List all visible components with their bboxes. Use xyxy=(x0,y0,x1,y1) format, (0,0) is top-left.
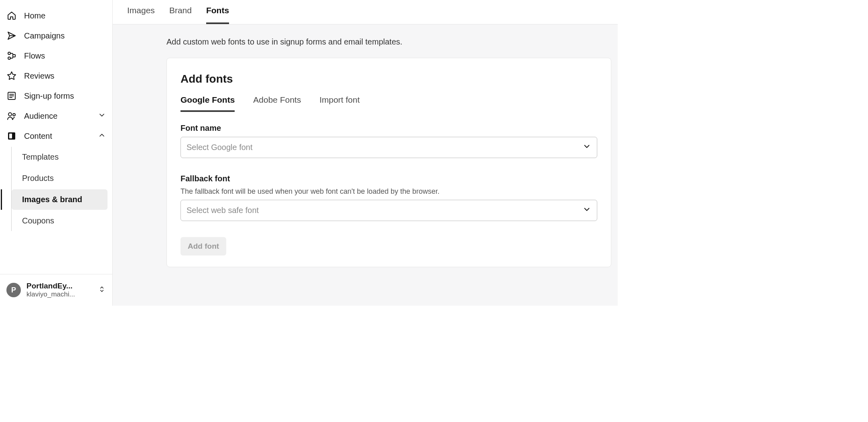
chevron-up-icon xyxy=(98,131,106,141)
nav-label: Reviews xyxy=(24,71,55,81)
account-switcher[interactable]: P PortlandEy... klaviyo_machi... xyxy=(0,274,112,306)
intro-text: Add custom web fonts to use in signup fo… xyxy=(113,37,618,58)
avatar: P xyxy=(6,283,21,297)
nav-signup-forms[interactable]: Sign-up forms xyxy=(0,86,112,106)
chevron-down-icon xyxy=(582,142,591,153)
top-tabs: Images Brand Fonts xyxy=(113,0,618,24)
nav-label: Flows xyxy=(24,51,45,61)
nav-reviews[interactable]: Reviews xyxy=(0,66,112,86)
svg-point-4 xyxy=(8,113,12,116)
add-font-button[interactable]: Add font xyxy=(180,237,226,256)
content-subnav: Templates Products Images & brand Coupon… xyxy=(11,147,112,231)
font-name-label: Font name xyxy=(180,124,597,133)
fallback-select[interactable]: Select web safe font xyxy=(180,200,597,221)
account-text: PortlandEy... klaviyo_machi... xyxy=(26,282,92,298)
card-title: Add fonts xyxy=(180,73,597,85)
subnav-products[interactable]: Products xyxy=(12,168,107,189)
nav-flows[interactable]: Flows xyxy=(0,46,112,66)
sidebar: Home Campaigns Flows Reviews Sign-up for xyxy=(0,0,113,306)
nav-label: Sign-up forms xyxy=(24,91,74,101)
nav-list: Home Campaigns Flows Reviews Sign-up for xyxy=(0,6,112,232)
tab-google-fonts[interactable]: Google Fonts xyxy=(180,95,235,112)
nav-label: Content xyxy=(24,132,52,141)
tab-images[interactable]: Images xyxy=(127,6,155,24)
nav-label: Campaigns xyxy=(24,31,65,41)
content-icon xyxy=(6,131,17,141)
main: Images Brand Fonts Add custom web fonts … xyxy=(113,0,618,306)
account-name: PortlandEy... xyxy=(26,282,92,290)
tab-fonts[interactable]: Fonts xyxy=(206,6,229,24)
account-sub: klaviyo_machi... xyxy=(26,290,92,298)
star-icon xyxy=(6,71,17,81)
nav-content[interactable]: Content xyxy=(0,126,112,146)
chevron-down-icon xyxy=(582,205,591,216)
form-icon xyxy=(6,91,17,101)
content-area: Add custom web fonts to use in signup fo… xyxy=(113,24,618,306)
font-source-tabs: Google Fonts Adobe Fonts Import font xyxy=(180,95,597,112)
select-placeholder: Select Google font xyxy=(187,143,253,152)
add-fonts-card: Add fonts Google Fonts Adobe Fonts Impor… xyxy=(166,58,611,267)
tab-import-font[interactable]: Import font xyxy=(319,95,359,112)
nav-label: Audience xyxy=(24,112,57,121)
tab-brand[interactable]: Brand xyxy=(169,6,192,24)
home-icon xyxy=(6,10,17,21)
font-name-field: Font name Select Google font xyxy=(180,124,597,158)
subnav-coupons[interactable]: Coupons xyxy=(12,211,107,231)
subnav-templates[interactable]: Templates xyxy=(12,147,107,167)
tab-adobe-fonts[interactable]: Adobe Fonts xyxy=(253,95,301,112)
audience-icon xyxy=(6,111,17,121)
fallback-font-field: Fallback font The fallback font will be … xyxy=(180,174,597,221)
chevron-down-icon xyxy=(98,111,106,121)
select-placeholder: Select web safe font xyxy=(187,206,259,215)
nav-label: Home xyxy=(24,11,45,20)
flows-icon xyxy=(6,51,17,61)
nav-home[interactable]: Home xyxy=(0,6,112,26)
sort-icon xyxy=(98,285,106,295)
fallback-help: The fallback font will be used when your… xyxy=(180,187,597,196)
nav-campaigns[interactable]: Campaigns xyxy=(0,26,112,46)
svg-point-5 xyxy=(13,114,15,116)
svg-rect-2 xyxy=(13,55,15,57)
nav-audience[interactable]: Audience xyxy=(0,106,112,126)
svg-rect-7 xyxy=(9,134,12,138)
font-name-select[interactable]: Select Google font xyxy=(180,137,597,158)
send-icon xyxy=(6,30,17,41)
subnav-images-brand[interactable]: Images & brand xyxy=(12,189,107,210)
fallback-label: Fallback font xyxy=(180,174,597,183)
